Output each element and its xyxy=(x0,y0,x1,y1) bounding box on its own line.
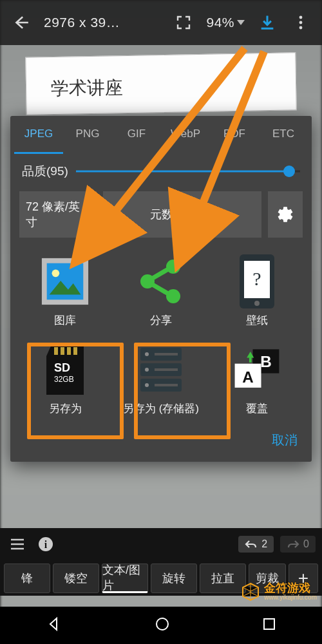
annotation-highlight-gallery xyxy=(27,343,124,439)
slider-thumb[interactable] xyxy=(283,166,295,177)
action-wallpaper[interactable]: ? 壁纸 xyxy=(211,249,303,334)
top-toolbar: 2976 x 39… 94% xyxy=(0,0,322,45)
tool-0[interactable]: 锋 xyxy=(4,564,50,593)
svg-line-11 xyxy=(153,285,168,294)
tab-gif[interactable]: GIF xyxy=(112,116,161,154)
fullscreen-icon[interactable] xyxy=(173,12,194,33)
quality-row: 品质(95) xyxy=(10,154,312,191)
svg-rect-35 xyxy=(249,357,252,363)
zoom-dropdown[interactable]: 94% xyxy=(206,15,245,30)
watermark-name: 金符游戏 xyxy=(264,582,317,594)
svg-point-2 xyxy=(299,26,303,30)
nav-back-icon[interactable] xyxy=(46,616,62,634)
wallpaper-icon: ? xyxy=(231,256,283,307)
tab-webp[interactable]: WebP xyxy=(161,116,210,154)
action-gallery[interactable]: 图库 xyxy=(19,249,111,334)
redo-button[interactable]: 0 xyxy=(280,536,316,553)
format-tabs: JPEG PNG GIF WebP PDF ETC xyxy=(10,116,312,154)
zoom-value: 94% xyxy=(206,15,234,30)
svg-rect-41 xyxy=(264,619,274,629)
action-wallpaper-label: 壁纸 xyxy=(246,314,268,327)
gallery-icon xyxy=(39,256,91,307)
background-paper: 学术讲座 xyxy=(25,52,297,115)
chevron-down-icon xyxy=(237,20,245,25)
nav-recents-icon[interactable] xyxy=(263,618,276,633)
settings-button[interactable] xyxy=(268,191,303,238)
annotation-highlight-share xyxy=(134,343,231,439)
tool-3[interactable]: 旋转 xyxy=(151,564,197,593)
export-dialog: JPEG PNG GIF WebP PDF ETC 品质(95) 72 像素/英… xyxy=(10,116,312,462)
svg-text:?: ? xyxy=(252,268,261,289)
overflow-menu-icon[interactable] xyxy=(290,12,312,33)
back-icon[interactable] xyxy=(10,12,32,33)
quality-label: 品质(95) xyxy=(22,163,68,180)
undo-button[interactable]: 2 xyxy=(238,536,274,553)
redo-icon xyxy=(287,540,299,549)
dpi-selector[interactable]: 72 像素/英寸 xyxy=(19,191,97,238)
action-share-label: 分享 xyxy=(150,314,172,327)
undo-count: 2 xyxy=(261,538,267,550)
menu-icon[interactable] xyxy=(6,533,28,555)
svg-text:B: B xyxy=(260,354,271,371)
redo-count: 0 xyxy=(303,538,309,550)
quality-slider[interactable] xyxy=(76,165,300,178)
nav-home-icon[interactable] xyxy=(155,617,169,634)
svg-text:A: A xyxy=(242,369,253,386)
share-icon xyxy=(135,256,187,307)
gear-icon xyxy=(276,205,294,223)
tab-pdf[interactable]: PDF xyxy=(210,116,259,154)
info-icon[interactable]: i xyxy=(35,533,57,555)
action-gallery-label: 图库 xyxy=(54,314,76,327)
background-text: 学术讲座 xyxy=(51,75,124,101)
cancel-button[interactable]: 取消 xyxy=(272,431,298,449)
svg-line-10 xyxy=(153,269,168,278)
watermark-cube-icon xyxy=(241,582,260,601)
svg-point-40 xyxy=(156,618,168,630)
svg-point-5 xyxy=(52,269,60,277)
metadata-selector[interactable]: 元数据: 移除 xyxy=(103,191,261,238)
undo-icon xyxy=(245,540,258,549)
action-share[interactable]: 分享 xyxy=(115,249,207,334)
svg-text:i: i xyxy=(44,539,48,550)
system-navbar xyxy=(0,607,322,644)
tab-png[interactable]: PNG xyxy=(63,116,112,154)
tool-4[interactable]: 拉直 xyxy=(200,564,246,593)
svg-point-15 xyxy=(254,301,260,306)
image-dimensions: 2976 x 39… xyxy=(44,15,120,30)
tab-etc[interactable]: ETC xyxy=(259,116,308,154)
slider-fill xyxy=(76,171,289,173)
tool-2[interactable]: 文本/图片 xyxy=(102,564,148,593)
download-icon[interactable] xyxy=(256,12,278,33)
action-overwrite-label: 覆盖 xyxy=(246,402,268,415)
watermark-url: www.yikajinfu.com xyxy=(264,594,317,601)
svg-point-1 xyxy=(299,21,303,24)
watermark: 金符游戏 www.yikajinfu.com xyxy=(241,582,317,601)
svg-point-0 xyxy=(299,16,303,19)
options-row: 72 像素/英寸 元数据: 移除 xyxy=(10,191,312,245)
overwrite-icon: BA xyxy=(231,344,283,395)
tab-jpeg[interactable]: JPEG xyxy=(14,116,63,154)
tool-1[interactable]: 镂空 xyxy=(53,564,99,593)
